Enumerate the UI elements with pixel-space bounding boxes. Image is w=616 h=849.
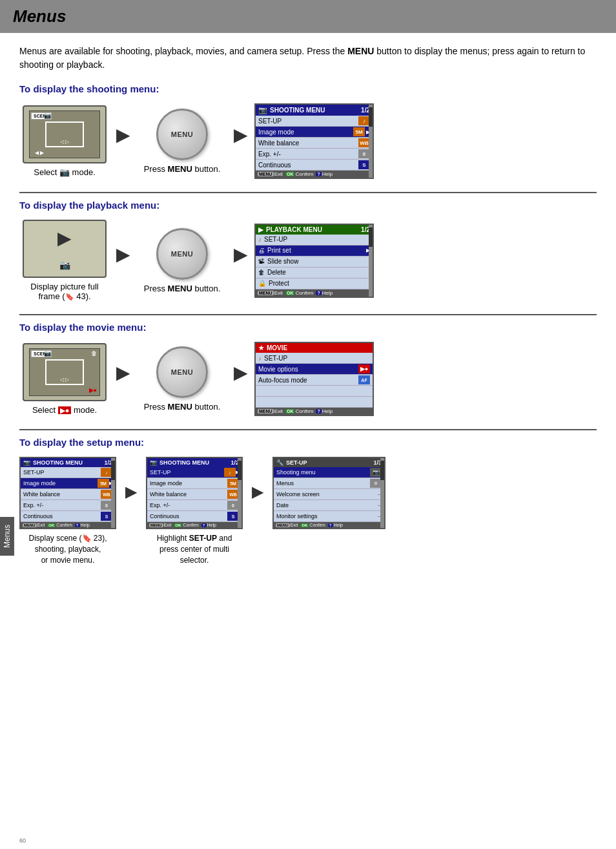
setup-step3-screen: 🔧 SET-UP 1/3 Shooting menu 📷 Menus bbox=[272, 457, 385, 529]
scroll-thumb-s2 bbox=[238, 461, 241, 480]
menu-button-mv-label: MENU bbox=[171, 368, 193, 376]
shooting-heading: To display the shooting menu: bbox=[19, 83, 597, 94]
menu-row: Exp. +/- 0 bbox=[256, 149, 373, 160]
imagemode-icon: 5M bbox=[353, 127, 365, 136]
setup-section: To display the setup menu: 📷 SHOOTING ME… bbox=[19, 429, 597, 565]
menu-row: White balance WB bbox=[256, 138, 373, 149]
playback-menu-title: PLAYBACK MENU bbox=[266, 226, 322, 233]
viewfinder-rect: ◁ ▷ bbox=[45, 121, 84, 147]
playback-arrow2: ▶ bbox=[234, 244, 248, 265]
menu-button-pb: MENU bbox=[156, 228, 208, 280]
playback-steps-row: ▶ 📷 Display picture fullframe (🔖 43). ▶ … bbox=[19, 220, 597, 301]
setup-step3: 🔧 SET-UP 1/3 Shooting menu 📷 Menus bbox=[272, 457, 385, 529]
scroll-bar-pb bbox=[369, 225, 373, 297]
menu-row: Exp. +/- 0 bbox=[147, 500, 241, 511]
movie-menu-star-icon: ★ bbox=[258, 344, 264, 351]
setup-step2-screen: 📷 SHOOTING MENU 1/2 SET-UP ♪ ▶ Image bbox=[146, 457, 243, 529]
setup-step1-body: SET-UP ♪ Image mode 5M ▶ White balance W… bbox=[21, 467, 115, 522]
playback-divider bbox=[19, 192, 597, 193]
menu-row: 🗑 Delete bbox=[256, 267, 373, 278]
menu-button-label: MENU bbox=[171, 131, 193, 138]
playback-heading: To display the playback menu: bbox=[19, 200, 597, 211]
shooting-arrow1: ▶ bbox=[116, 124, 130, 145]
af-icon: AF bbox=[358, 375, 370, 384]
viewfinder-arrows: ◁ ▷ bbox=[60, 139, 69, 145]
menu-row: Exp. +/- 0 bbox=[21, 500, 115, 511]
shooting-step2-label: Press MENU button. bbox=[144, 164, 221, 174]
page-title: Menus bbox=[13, 6, 603, 26]
setup-step3-body: Shooting menu 📷 Menus ≡ Welcome screen -… bbox=[274, 467, 384, 522]
setup-step2-header: 📷 SHOOTING MENU 1/2 bbox=[147, 458, 241, 467]
setup-wrench-icon: 🔧 bbox=[276, 459, 283, 466]
playback-step1: ▶ 📷 Display picture fullframe (🔖 43). bbox=[19, 220, 110, 301]
menu-row: Shooting menu 📷 bbox=[274, 467, 384, 478]
scroll-bar bbox=[369, 105, 373, 178]
menu-button: MENU bbox=[156, 109, 208, 160]
movie-section: To display the movie menu: 🗑 SCENE 📷 ◁ ▷… bbox=[19, 314, 597, 416]
intro-paragraph: Menus are available for shooting, playba… bbox=[19, 45, 597, 72]
movie-menu-footer: MENU Exit OK Confirm ? Help bbox=[256, 408, 373, 415]
shooting-menu-body: SET-UP ♪ Image mode 5M ▶ White balance W… bbox=[256, 116, 373, 171]
movie-heading: To display the movie menu: bbox=[19, 322, 597, 333]
scroll-bar-s3 bbox=[380, 458, 384, 528]
shooting-menu-footer: MENU Exit OK Confirm ? Help bbox=[256, 171, 373, 178]
playback-menu-footer: MENU Exit OK Confirm ? Help bbox=[256, 289, 373, 297]
menu-row: Continuous S bbox=[256, 160, 373, 171]
menu-row: Image mode 5M ▶ bbox=[21, 478, 115, 489]
menu-row: 🔒 Protect bbox=[256, 278, 373, 289]
side-tab: Menus bbox=[0, 517, 14, 556]
setup-step1-label: Display scene (🔖 23),shooting, playback,… bbox=[28, 533, 107, 565]
side-tab-label: Menus bbox=[3, 525, 12, 548]
menu-row: Monitor settings -- bbox=[274, 511, 384, 522]
setup-step2: 📷 SHOOTING MENU 1/2 SET-UP ♪ ▶ Image bbox=[146, 457, 243, 565]
main-content: Menus are available for shooting, playba… bbox=[0, 45, 616, 598]
shooting-menu-cam-icon: 📷 bbox=[258, 106, 267, 114]
shooting-arrow2: ▶ bbox=[234, 124, 248, 145]
shooting-lcd-inner: SCENE 📷 ◁ ▷ ◀▶ bbox=[29, 110, 100, 158]
movie-opt-icon: ▶● bbox=[358, 364, 370, 373]
lcd-bottom-icons: ◀▶ bbox=[35, 150, 44, 156]
camera-icon-top: 📷 bbox=[44, 112, 51, 119]
playback-menu-icon: ▶ bbox=[258, 226, 263, 233]
setup-steps-row: 📷 SHOOTING MENU 1/2 SET-UP ♪ Image mode bbox=[19, 457, 597, 565]
scroll-bar-s2 bbox=[238, 458, 241, 528]
movie-step3: ★ MOVIE ♪ SET-UP Movie options ▶● bbox=[254, 342, 374, 416]
setup-step1: 📷 SHOOTING MENU 1/2 SET-UP ♪ Image mode bbox=[19, 457, 116, 565]
setup-step2-body: SET-UP ♪ ▶ Image mode 5M White balance W… bbox=[147, 467, 241, 522]
movie-arrow1: ▶ bbox=[116, 362, 130, 383]
shooting-steps-row: SCENE 📷 ◁ ▷ ◀▶ Select 📷 mode. bbox=[19, 103, 597, 179]
playback-step1-label: Display picture fullframe (🔖 43). bbox=[30, 282, 99, 301]
camera-small-icon: 📷 bbox=[59, 260, 70, 270]
movie-menu-header: ★ MOVIE bbox=[256, 343, 373, 353]
playback-step2: MENU Press MENU button. bbox=[137, 228, 227, 293]
movie-cam-icon: 📷 bbox=[44, 350, 51, 357]
title-bar: Menus bbox=[0, 0, 616, 33]
movie-divider bbox=[19, 314, 597, 315]
menu-row: White balance WB bbox=[147, 489, 241, 500]
scroll-thumb-s1 bbox=[111, 461, 115, 480]
movie-step2: MENU Press MENU button. bbox=[137, 346, 227, 412]
shooting-section: To display the shooting menu: SCENE 📷 ◁ … bbox=[19, 83, 597, 179]
setup-arrow1: ▶ bbox=[125, 483, 137, 501]
playback-menu-body: ♪ SET-UP 🖨 Print set ▶ 📽 Slide show bbox=[256, 235, 373, 289]
menu-row: Continuous S bbox=[21, 511, 115, 522]
shooting-step1: SCENE 📷 ◁ ▷ ◀▶ Select 📷 mode. bbox=[19, 105, 110, 177]
movie-lcd: 🗑 SCENE 📷 ◁ ▷ ▶● bbox=[23, 343, 107, 401]
scroll-thumb bbox=[369, 107, 373, 127]
menu-row: ♪ SET-UP bbox=[256, 353, 373, 364]
movie-step2-label: Press MENU button. bbox=[144, 402, 221, 412]
shooting-step2: MENU Press MENU button. bbox=[137, 109, 227, 174]
menu-row: Image mode 5M bbox=[147, 478, 241, 489]
menu-row: SET-UP ♪ bbox=[21, 467, 115, 478]
movie-trash-icon: 🗑 bbox=[91, 350, 97, 357]
setup-step1-footer: MENU Exit OK Confirm ? Help bbox=[21, 522, 115, 528]
shooting-menu-header: 📷 SHOOTING MENU 1/2 bbox=[256, 105, 373, 116]
shooting-menu-title: SHOOTING MENU bbox=[270, 107, 325, 114]
setup-step3-header: 🔧 SET-UP 1/3 bbox=[274, 458, 384, 467]
setup-divider bbox=[19, 429, 597, 430]
setup-step2-footer: MENU Exit OK Confirm ? Help bbox=[147, 522, 241, 528]
menu-row: 🖨 Print set ▶ bbox=[256, 246, 373, 257]
setup-step1-screen: 📷 SHOOTING MENU 1/2 SET-UP ♪ Image mode bbox=[19, 457, 116, 529]
movie-step1: 🗑 SCENE 📷 ◁ ▷ ▶● Select ▶● mode. bbox=[19, 343, 110, 415]
setup-menu-title: SET-UP bbox=[286, 459, 307, 466]
